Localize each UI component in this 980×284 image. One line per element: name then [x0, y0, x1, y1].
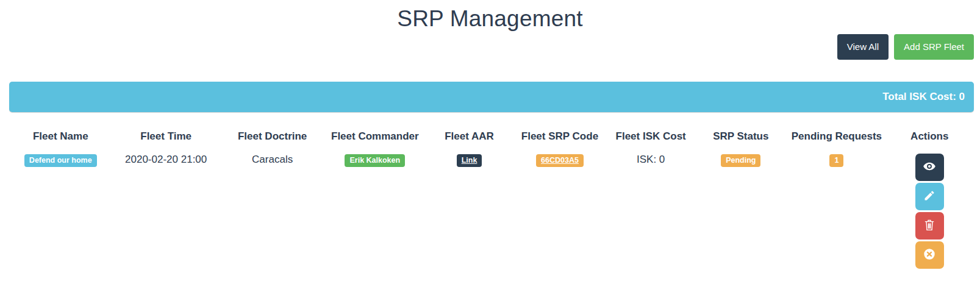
header-fleet-doctrine: Fleet Doctrine [220, 125, 326, 148]
srp-fleet-table: Fleet Name Fleet Time Fleet Doctrine Fle… [9, 125, 971, 274]
total-isk-cost-label: Total ISK Cost: 0 [882, 91, 965, 103]
view-fleet-button[interactable] [915, 154, 944, 181]
header-fleet-srp-code: Fleet SRP Code [514, 125, 606, 148]
page-title: SRP Management [0, 6, 980, 32]
fleet-aar-link[interactable]: Link [457, 154, 482, 168]
cell-fleet-isk-cost: ISK: 0 [606, 148, 696, 274]
edit-fleet-button[interactable] [915, 183, 944, 210]
fleet-name-badge: Defend our home [24, 154, 97, 168]
header-fleet-name: Fleet Name [9, 125, 113, 148]
delete-fleet-button[interactable] [915, 212, 944, 240]
header-pending-requests: Pending Requests [785, 125, 887, 148]
cell-fleet-doctrine: Caracals [220, 148, 326, 274]
cell-srp-status: Pending [696, 148, 785, 274]
view-all-button[interactable]: View All [837, 34, 889, 60]
fleet-commander-badge: Erik Kalkoken [345, 154, 405, 168]
table-header-row: Fleet Name Fleet Time Fleet Doctrine Fle… [9, 125, 971, 148]
header-fleet-isk-cost: Fleet ISK Cost [606, 125, 696, 148]
header-actions: Actions [888, 125, 971, 148]
cell-actions [888, 148, 971, 274]
pending-requests-badge: 1 [829, 154, 843, 168]
cell-fleet-commander: Erik Kalkoken [325, 148, 424, 274]
header-fleet-time: Fleet Time [113, 125, 220, 148]
toolbar: View All Add SRP Fleet [0, 34, 980, 60]
table-row: Defend our home 2020-02-20 21:00 Caracal… [9, 148, 971, 274]
eye-icon [923, 160, 936, 175]
pencil-icon [923, 190, 935, 204]
trash-icon [923, 218, 935, 233]
add-srp-fleet-button[interactable]: Add SRP Fleet [894, 34, 974, 60]
srp-status-badge: Pending [721, 154, 760, 168]
header-fleet-aar: Fleet AAR [424, 125, 514, 148]
cell-fleet-time: 2020-02-20 21:00 [113, 148, 220, 274]
cell-fleet-srp-code: 66CD03A5 [514, 148, 606, 274]
cell-pending-requests: 1 [785, 148, 887, 274]
header-fleet-commander: Fleet Commander [325, 125, 424, 148]
cell-fleet-aar: Link [424, 148, 514, 274]
times-circle-icon [923, 247, 936, 263]
header-srp-status: SRP Status [696, 125, 785, 148]
disable-fleet-button[interactable] [915, 241, 944, 269]
actions-stack [892, 154, 968, 269]
cell-fleet-name: Defend our home [9, 148, 113, 274]
fleet-srp-code-link[interactable]: 66CD03A5 [536, 154, 584, 168]
total-isk-cost-bar: Total ISK Cost: 0 [9, 82, 974, 112]
